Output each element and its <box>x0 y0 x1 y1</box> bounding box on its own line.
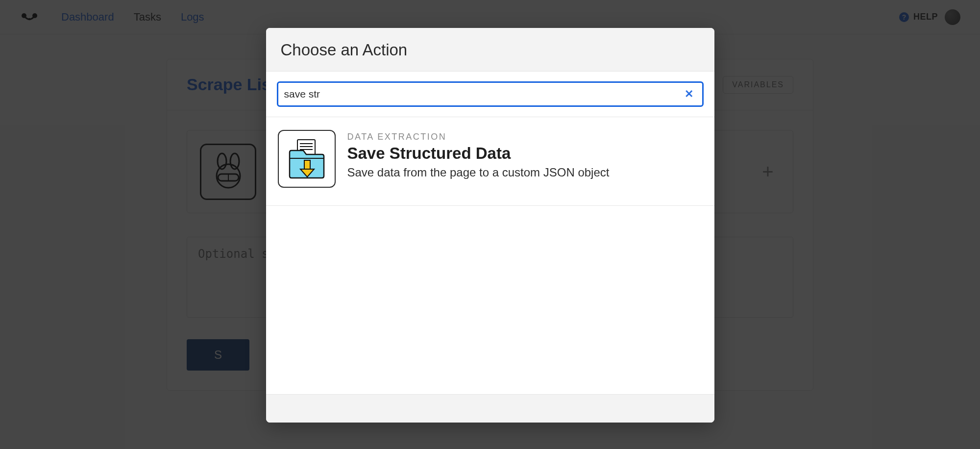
modal-title: Choose an Action <box>281 41 700 59</box>
clear-search-button[interactable]: ✕ <box>682 89 696 100</box>
modal-overlay[interactable]: Choose an Action ✕ <box>0 0 980 449</box>
modal-header: Choose an Action <box>266 28 714 72</box>
svg-rect-14 <box>304 160 310 169</box>
action-results-list: DATA EXTRACTION Save Structured Data Sav… <box>266 117 714 394</box>
choose-action-modal: Choose an Action ✕ <box>266 28 714 423</box>
action-description: Save data from the page to a custom JSON… <box>347 166 610 179</box>
modal-footer <box>266 394 714 423</box>
folder-download-icon <box>278 130 336 188</box>
action-title: Save Structured Data <box>347 144 610 163</box>
action-category: DATA EXTRACTION <box>347 132 610 142</box>
action-result-save-structured-data[interactable]: DATA EXTRACTION Save Structured Data Sav… <box>266 117 714 206</box>
action-search-input[interactable] <box>284 88 682 100</box>
action-search-box: ✕ <box>277 81 704 107</box>
